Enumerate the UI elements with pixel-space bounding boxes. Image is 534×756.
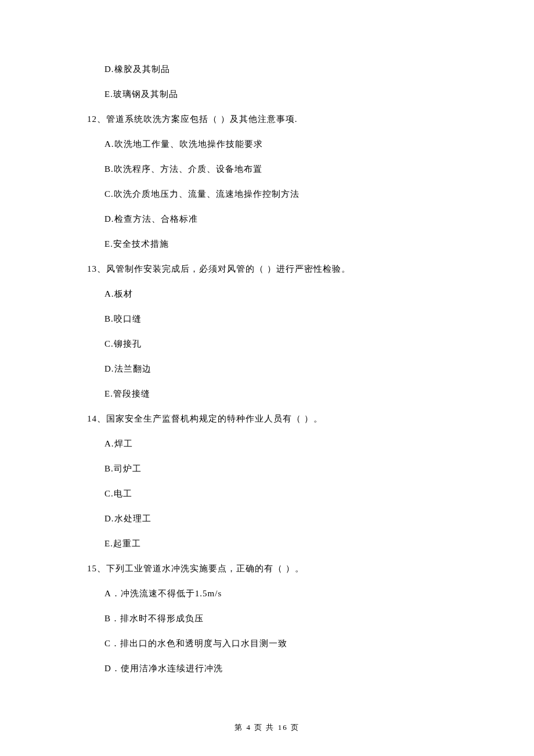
q13-option-c: C.铆接孔 — [104, 339, 499, 350]
question-15: 15、下列工业管道水冲洗实施要点，正确的有（ ）。 — [87, 563, 499, 574]
q14-option-c: C.电工 — [104, 488, 499, 499]
option-d-prev: D.橡胶及其制品 — [104, 64, 499, 75]
q12-option-d: D.检查方法、合格标准 — [104, 214, 499, 225]
q13-option-e: E.管段接缝 — [104, 388, 499, 399]
q15-option-c: C．排出口的水色和透明度与入口水目测一致 — [104, 638, 499, 649]
question-14: 14、国家安全生产监督机构规定的特种作业人员有（ ）。 — [87, 413, 499, 424]
q14-option-e: E.起重工 — [104, 538, 499, 549]
q12-option-e: E.安全技术措施 — [104, 239, 499, 250]
q13-option-a: A.板材 — [104, 289, 499, 300]
q13-option-d: D.法兰翻边 — [104, 363, 499, 375]
document-page: D.橡胶及其制品 E.玻璃钢及其制品 12、管道系统吹洗方案应包括（ ）及其他注… — [0, 0, 534, 723]
q12-option-c: C.吹洗介质地压力、流量、流速地操作控制方法 — [104, 189, 499, 200]
q14-option-a: A.焊工 — [104, 438, 499, 449]
q15-option-d: D．使用洁净水连续进行冲洗 — [104, 663, 499, 674]
q15-option-a: A．冲洗流速不得低于1.5m/s — [104, 588, 499, 599]
q13-option-b: B.咬口缝 — [104, 314, 499, 325]
question-12: 12、管道系统吹洗方案应包括（ ）及其他注意事项. — [87, 114, 499, 125]
option-e-prev: E.玻璃钢及其制品 — [104, 89, 499, 100]
page-footer: 第 4 页 共 16 页 — [0, 722, 534, 733]
q14-option-b: B.司炉工 — [104, 463, 499, 474]
q12-option-a: A.吹洗地工作量、吹洗地操作技能要求 — [104, 139, 499, 150]
q14-option-d: D.水处理工 — [104, 513, 499, 524]
question-13: 13、风管制作安装完成后，必须对风管的（ ）进行严密性检验。 — [87, 264, 499, 275]
q15-option-b: B．排水时不得形成负压 — [104, 613, 499, 624]
q12-option-b: B.吹洗程序、方法、介质、设备地布置 — [104, 164, 499, 175]
